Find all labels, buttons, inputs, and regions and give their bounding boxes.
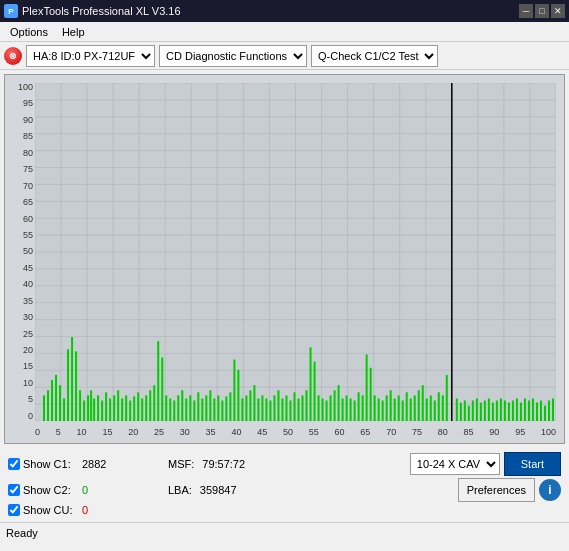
speed-dropdown[interactable]: 10-24 X CAV xyxy=(410,453,500,475)
svg-rect-57 xyxy=(93,398,95,421)
msf-value: 79:57:72 xyxy=(202,458,245,470)
maximize-button[interactable]: □ xyxy=(535,4,549,18)
svg-rect-53 xyxy=(79,390,81,421)
svg-rect-90 xyxy=(225,396,227,421)
y-label-20: 20 xyxy=(23,346,33,355)
svg-rect-167 xyxy=(540,401,542,421)
svg-rect-145 xyxy=(446,375,448,421)
svg-rect-108 xyxy=(298,398,300,421)
svg-rect-98 xyxy=(257,398,259,421)
x-label-85: 85 xyxy=(464,427,474,437)
svg-rect-67 xyxy=(133,396,135,421)
svg-rect-119 xyxy=(342,398,344,421)
svg-rect-95 xyxy=(245,395,247,421)
svg-rect-66 xyxy=(129,401,131,421)
stats-row-1: Show C1: 2882 MSF: 79:57:72 10-24 X CAV … xyxy=(8,452,561,476)
x-label-95: 95 xyxy=(515,427,525,437)
svg-rect-105 xyxy=(285,395,287,421)
lba-label: LBA: xyxy=(168,484,192,496)
y-label-65: 65 xyxy=(23,198,33,207)
y-label-80: 80 xyxy=(23,149,33,158)
svg-rect-96 xyxy=(249,390,251,421)
svg-rect-78 xyxy=(177,395,179,421)
svg-rect-147 xyxy=(460,403,462,421)
svg-rect-45 xyxy=(47,390,49,421)
svg-rect-120 xyxy=(346,395,348,421)
svg-rect-124 xyxy=(362,395,364,421)
c1-checkbox[interactable] xyxy=(8,458,20,470)
y-label-55: 55 xyxy=(23,231,33,240)
svg-rect-161 xyxy=(516,398,518,421)
lba-value: 359847 xyxy=(200,484,237,496)
device-dropdown[interactable]: HA:8 ID:0 PX-712UF xyxy=(26,45,155,67)
svg-rect-117 xyxy=(334,390,336,421)
svg-rect-132 xyxy=(394,398,396,421)
svg-rect-162 xyxy=(520,403,522,421)
svg-rect-123 xyxy=(358,392,360,421)
x-label-65: 65 xyxy=(360,427,370,437)
x-label-5: 5 xyxy=(56,427,61,437)
y-label-90: 90 xyxy=(23,116,33,125)
c1-checkbox-label: Show C1: xyxy=(8,458,78,470)
svg-rect-154 xyxy=(488,398,490,421)
device-icon: ⊗ xyxy=(4,47,22,65)
c2-checkbox[interactable] xyxy=(8,484,20,496)
svg-rect-94 xyxy=(241,398,243,421)
start-button[interactable]: Start xyxy=(504,452,561,476)
svg-rect-76 xyxy=(169,398,171,421)
svg-rect-153 xyxy=(484,401,486,421)
svg-rect-149 xyxy=(468,406,470,421)
svg-rect-100 xyxy=(265,398,267,421)
y-label-75: 75 xyxy=(23,165,33,174)
test-dropdown[interactable]: Q-Check C1/C2 Test xyxy=(311,45,438,67)
function-dropdown[interactable]: CD Diagnostic Functions xyxy=(159,45,307,67)
close-button[interactable]: ✕ xyxy=(551,4,565,18)
svg-rect-89 xyxy=(221,401,223,421)
y-label-25: 25 xyxy=(23,330,33,339)
svg-rect-88 xyxy=(217,395,219,421)
svg-rect-83 xyxy=(197,392,199,421)
svg-rect-170 xyxy=(552,398,554,421)
menu-options[interactable]: Options xyxy=(4,24,54,40)
minimize-button[interactable]: ─ xyxy=(519,4,533,18)
svg-rect-59 xyxy=(101,401,103,421)
window-controls: ─ □ ✕ xyxy=(519,4,565,18)
x-axis: 0 5 10 15 20 25 30 35 40 45 50 55 60 65 … xyxy=(35,423,556,441)
svg-rect-86 xyxy=(209,390,211,421)
c1-value: 2882 xyxy=(82,458,112,470)
x-label-75: 75 xyxy=(412,427,422,437)
svg-rect-93 xyxy=(237,370,239,421)
chart-plot xyxy=(35,83,556,421)
cu-checkbox-label: Show CU: xyxy=(8,504,78,516)
svg-rect-115 xyxy=(326,401,328,421)
c2-checkbox-label: Show C2: xyxy=(8,484,78,496)
svg-rect-116 xyxy=(330,395,332,421)
svg-rect-169 xyxy=(548,401,550,421)
svg-rect-47 xyxy=(55,375,57,421)
svg-rect-128 xyxy=(378,398,380,421)
x-label-25: 25 xyxy=(154,427,164,437)
svg-rect-97 xyxy=(253,385,255,421)
svg-rect-158 xyxy=(504,401,506,421)
info-button[interactable]: i xyxy=(539,479,561,501)
svg-rect-144 xyxy=(442,395,444,421)
svg-rect-101 xyxy=(269,401,271,421)
preferences-button[interactable]: Preferences xyxy=(458,478,535,502)
svg-rect-102 xyxy=(273,395,275,421)
x-label-100: 100 xyxy=(541,427,556,437)
y-axis: 100 95 90 85 80 75 70 65 60 55 50 45 40 … xyxy=(7,83,35,421)
menu-help[interactable]: Help xyxy=(56,24,91,40)
svg-rect-114 xyxy=(322,398,324,421)
svg-rect-157 xyxy=(500,398,502,421)
svg-rect-56 xyxy=(90,390,92,421)
x-label-60: 60 xyxy=(335,427,345,437)
svg-rect-77 xyxy=(173,401,175,421)
svg-rect-52 xyxy=(75,351,77,421)
svg-rect-85 xyxy=(205,395,207,421)
x-label-20: 20 xyxy=(128,427,138,437)
svg-rect-141 xyxy=(430,395,432,421)
cu-checkbox[interactable] xyxy=(8,504,20,516)
svg-rect-133 xyxy=(398,395,400,421)
x-label-50: 50 xyxy=(283,427,293,437)
chart-svg xyxy=(35,83,556,421)
